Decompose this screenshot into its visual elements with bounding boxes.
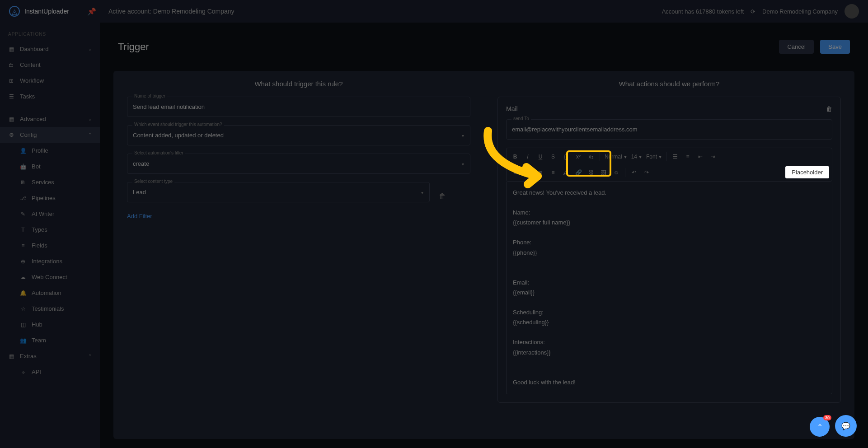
add-filter-button[interactable]: Add Filter	[127, 213, 470, 219]
tasks-icon: ☰	[8, 93, 14, 100]
trigger-column: What should trigger this rule? Name of t…	[113, 71, 484, 439]
unlink-button[interactable]: ⛓	[585, 167, 597, 178]
editor-toolbar: B I U S {} x² x₂ Normal 14 Font ☰ ≡	[506, 148, 832, 182]
delete-mail-button[interactable]: 🗑	[826, 105, 832, 112]
sidebar-item-advanced[interactable]: ▦Advanced⌄	[0, 111, 100, 127]
undo-button[interactable]: ↶	[628, 167, 640, 178]
fields-icon: ≡	[20, 243, 26, 249]
emoji-button[interactable]: ☺	[610, 167, 622, 178]
strike-button[interactable]: S	[547, 151, 559, 163]
bold-button[interactable]: B	[509, 151, 521, 163]
company-name[interactable]: Demo Remodeling Company	[762, 8, 838, 15]
page-header: Trigger Cancel Save	[100, 23, 868, 71]
delete-filter-button[interactable]: 🗑	[434, 188, 450, 205]
trigger-event-select[interactable]	[127, 125, 470, 145]
sidebar: APPLICATIONS ▦Dashboard⌄ 🗀Content ⊞Workf…	[0, 23, 100, 448]
sidebar-item-automation[interactable]: 🔔Automation	[0, 285, 100, 301]
chevron-down-icon: ⌄	[88, 117, 92, 121]
content-type-select[interactable]	[127, 182, 430, 202]
active-account-label: Active account: Demo Remodeling Company	[108, 8, 235, 15]
send-to-input[interactable]	[506, 119, 832, 140]
list-ordered-button[interactable]: ☰	[669, 151, 681, 163]
up-arrow-icon: ⌃	[817, 423, 823, 431]
align-right-button[interactable]: ≡	[535, 167, 546, 178]
bell-icon: 🔔	[20, 290, 26, 296]
cancel-button[interactable]: Cancel	[779, 40, 813, 54]
grid-icon: ▦	[8, 46, 14, 52]
mail-title: Mail	[506, 105, 518, 112]
brand-name: InstantUploader	[24, 8, 69, 15]
color-button[interactable]: 🖍	[560, 167, 572, 178]
chevron-down-icon: ⌄	[88, 47, 92, 51]
trigger-filter-select[interactable]	[127, 154, 470, 174]
size-select[interactable]: 14	[629, 152, 643, 162]
mail-body-editor[interactable]: Great news! You've received a lead. Name…	[506, 182, 832, 394]
chevron-up-icon: ⌃	[88, 354, 92, 359]
file-icon: 🗎	[20, 179, 26, 186]
trigger-name-label: Name of trigger	[132, 93, 167, 98]
save-button[interactable]: Save	[820, 40, 850, 54]
actions-column-title: What actions should we perform?	[497, 80, 841, 88]
sidebar-item-content[interactable]: 🗀Content	[0, 57, 100, 73]
hub-icon: ◫	[20, 322, 26, 328]
chat-icon: 💬	[841, 422, 850, 430]
format-select[interactable]: Normal	[603, 152, 629, 162]
pencil-icon: ✎	[20, 211, 26, 217]
sidebar-item-bot[interactable]: 🤖Bot	[0, 159, 100, 174]
sidebar-section-label: APPLICATIONS	[0, 27, 100, 41]
sidebar-item-profile[interactable]: 👤Profile	[0, 143, 100, 159]
trigger-filter-label: Select automation's filter	[132, 150, 185, 155]
subscript-button[interactable]: x₂	[585, 151, 597, 163]
workflow-icon: ⊞	[8, 78, 14, 84]
placeholder-button[interactable]: Placeholder	[785, 166, 829, 178]
type-icon: T	[20, 227, 26, 233]
sidebar-item-fields[interactable]: ≡Fields	[0, 238, 100, 253]
superscript-button[interactable]: x²	[572, 151, 584, 163]
sidebar-item-hub[interactable]: ◫Hub	[0, 317, 100, 332]
sidebar-item-dashboard[interactable]: ▦Dashboard⌄	[0, 41, 100, 57]
align-left-button[interactable]: ≡	[509, 167, 521, 178]
sidebar-item-tasks[interactable]: ☰Tasks	[0, 89, 100, 104]
team-icon: 👥	[20, 337, 26, 344]
sidebar-item-api[interactable]: ⟐API	[0, 364, 100, 380]
folder-icon: 🗀	[8, 62, 14, 68]
sidebar-item-config[interactable]: ⚙Config⌃	[0, 127, 100, 143]
align-center-button[interactable]: ≡	[522, 167, 534, 178]
outdent-button[interactable]: ⇤	[694, 151, 706, 163]
indent-button[interactable]: ⇥	[707, 151, 719, 163]
page-title: Trigger	[118, 41, 149, 53]
sidebar-item-pipelines[interactable]: ⎇Pipelines	[0, 190, 100, 206]
sidebar-item-services[interactable]: 🗎Services	[0, 174, 100, 190]
refresh-icon[interactable]: ⟳	[751, 8, 755, 15]
chat-button[interactable]: 💬	[835, 415, 857, 437]
notification-badge: 30	[823, 415, 831, 420]
sidebar-item-testimonials[interactable]: ☆Testimonials	[0, 301, 100, 317]
bot-icon: 🤖	[20, 163, 26, 170]
sidebar-item-team[interactable]: 👥Team	[0, 332, 100, 348]
user-icon: 👤	[20, 148, 26, 154]
sidebar-item-extras[interactable]: ▦Extras⌃	[0, 348, 100, 364]
content-type-label: Select content type	[132, 179, 174, 184]
sidebar-item-types[interactable]: TTypes	[0, 222, 100, 238]
star-icon: ☆	[20, 306, 26, 312]
list-unordered-button[interactable]: ≡	[682, 151, 694, 163]
underline-button[interactable]: U	[535, 151, 546, 163]
user-avatar[interactable]	[845, 4, 859, 19]
sidebar-item-integrations[interactable]: ⊕Integrations	[0, 253, 100, 269]
trigger-name-input[interactable]	[127, 97, 470, 117]
font-select[interactable]: Font	[644, 152, 663, 162]
sidebar-item-workflow[interactable]: ⊞Workflow	[0, 73, 100, 89]
image-button[interactable]: 🖼	[598, 167, 610, 178]
scroll-top-button[interactable]: ⌃ 30	[810, 417, 830, 437]
trigger-column-title: What should trigger this rule?	[127, 80, 470, 88]
sidebar-item-web-connect[interactable]: ☁Web Connect	[0, 269, 100, 285]
trigger-event-label: Which event should trigger this automati…	[132, 122, 224, 127]
italic-button[interactable]: I	[522, 151, 534, 163]
sidebar-item-ai-writer[interactable]: ✎AI Writer	[0, 206, 100, 222]
link-button[interactable]: 🔗	[572, 167, 584, 178]
redo-button[interactable]: ↷	[641, 167, 652, 178]
gear-icon: ⚙	[8, 132, 14, 138]
code-button[interactable]: {}	[560, 151, 572, 163]
align-justify-button[interactable]: ≡	[547, 167, 559, 178]
pin-icon[interactable]: 📌	[87, 7, 96, 16]
